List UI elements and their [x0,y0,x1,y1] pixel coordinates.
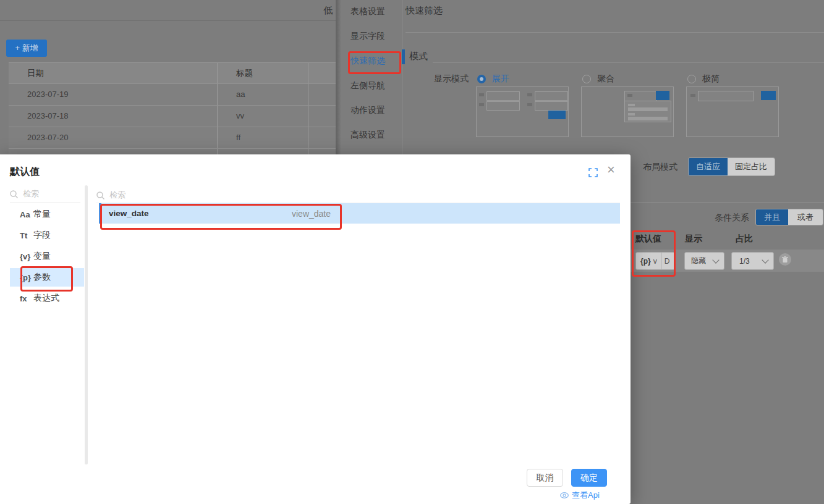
column-header-title: 标题 [218,63,308,83]
section-divider [433,62,824,63]
section-mode-title: 模式 [409,51,428,62]
preview-expand-mode [476,86,569,137]
parameter-label: 参数 [33,272,51,283]
data-table: 日期 标题 2023-07-19 aa 2023-07-18 vv 2023-0… [9,62,336,158]
cell-date: 2023-07-20 [9,127,218,148]
confirm-button[interactable]: 确定 [571,469,607,487]
display-select-value: 隐藏 [691,256,706,266]
ratio-select[interactable]: 1/3 [731,252,774,270]
radio-aggregate[interactable] [582,75,591,83]
expression-prefix: fx [20,294,33,303]
column-header-date: 日期 [9,63,218,83]
table-row[interactable]: 2023-07-20 ff [9,127,336,149]
table-row[interactable]: 2023-07-18 vv [9,106,336,127]
sidebar-scrollbar[interactable] [85,185,88,464]
sidebar-item-field[interactable]: Tt 字段 [10,226,84,245]
cell-extra [308,127,336,148]
sidebar-search-input[interactable]: 检索 [10,188,39,200]
display-mode-label: 显示模式 [434,74,469,85]
radio-minimal-label[interactable]: 极简 [702,74,720,85]
sidebar-item-variable[interactable]: {v} 变量 [10,247,84,266]
view-api-label: 查看Api [572,490,600,501]
list-item-name: view_date [109,209,149,218]
drawer-menu-advanced[interactable]: 高级设置 [350,130,397,142]
layout-mode-label: 布局模式 [643,162,677,173]
panel-title-divider [406,32,824,33]
fullscreen-icon[interactable] [588,168,598,177]
modal-title: 默认值 [10,166,40,178]
cell-title: aa [218,84,308,105]
list-search-input[interactable]: 检索 [96,190,125,201]
filter-section-divider [618,202,824,203]
field-prefix: Tt [20,231,33,240]
drawer-menu-action-settings[interactable]: 动作设置 [350,105,397,117]
sidebar-item-parameter[interactable]: {p} 参数 [10,268,84,287]
cancel-button[interactable]: 取消 [527,469,563,487]
chevron-down-icon [712,256,719,263]
close-icon[interactable]: × [607,163,615,177]
list-item-view-date[interactable]: view_date view_date [99,203,620,224]
list-item-value: view_date [292,209,331,219]
condition-and[interactable]: 并且 [756,209,788,225]
cell-title: ff [218,127,308,148]
cell-date: 2023-07-19 [9,84,218,105]
radio-minimal[interactable] [687,75,696,83]
display-select[interactable]: 隐藏 [684,252,724,270]
default-value-modal: 默认值 × 检索 Aa 常量 Tt 字段 {v} 变量 {p} 参数 [0,154,631,504]
search-icon [96,191,104,200]
field-label: 字段 [33,230,51,241]
cell-title: vv [218,106,308,127]
expression-label: 表达式 [33,293,59,304]
delete-row-button[interactable] [779,253,791,266]
drawer-menu-left-nav[interactable]: 左侧导航 [350,80,397,93]
list-search-placeholder: 检索 [109,190,125,201]
drawer-menu-quick-filter[interactable]: 快速筛选 [350,56,397,68]
preview-aggregate-mode [581,86,674,137]
radio-expand-label[interactable]: 展开 [492,74,509,85]
screen: 低 + 新增 日期 标题 2023-07-19 aa 2023-07-18 vv… [0,0,824,504]
search-icon [10,190,18,198]
header-display: 显示 [685,233,702,245]
table-header-row: 日期 标题 [9,62,336,84]
chip-more: D [661,253,670,269]
panel-title: 快速筛选 [406,5,443,17]
constant-label: 常量 [33,209,51,220]
sidebar-search-placeholder: 检索 [23,188,39,200]
header-ratio: 占比 [736,233,753,245]
table-row[interactable]: 2023-07-19 aa [9,84,336,106]
sidebar-item-expression[interactable]: fx 表达式 [10,289,84,308]
ratio-select-value: 1/3 [739,257,750,266]
section-accent-bar [402,49,405,64]
chip-prefix: {p} [640,257,651,266]
condition-switch: 并且 或者 [755,209,823,225]
parameter-prefix: {p} [20,273,33,282]
layout-mode-switch: 自适应 固定占比 [688,158,775,176]
layout-mode-fixed[interactable]: 固定占比 [728,158,775,175]
add-button[interactable]: + 新增 [6,40,47,57]
cell-extra [308,106,336,127]
page-partial-title: 低 [323,5,336,17]
preview-minimal-mode [686,86,779,137]
page-top-divider [0,20,336,21]
cell-extra [308,84,336,105]
drawer-menu-display-fields[interactable]: 显示字段 [350,31,397,43]
drawer-menu-table-settings[interactable]: 表格设置 [350,6,397,19]
view-api-link[interactable]: 查看Api [560,490,600,501]
radio-aggregate-label[interactable]: 聚合 [597,74,614,85]
constant-prefix: Aa [20,210,33,219]
radio-expand[interactable] [477,75,486,83]
eye-icon [560,492,569,498]
sidebar-search-underline [10,202,80,203]
chip-text: v [653,257,657,266]
condition-or[interactable]: 或者 [788,209,823,225]
chevron-down-icon [762,256,768,263]
default-value-chip[interactable]: {p} v D [635,252,675,270]
layout-mode-adaptive[interactable]: 自适应 [689,158,728,175]
variable-prefix: {v} [20,252,33,261]
sidebar-item-constant[interactable]: Aa 常量 [10,205,84,224]
header-default-value: 默认值 [635,233,661,245]
column-header-extra [308,63,336,83]
cell-date: 2023-07-18 [9,106,218,127]
variable-label: 变量 [33,251,51,262]
trash-icon [782,256,788,263]
